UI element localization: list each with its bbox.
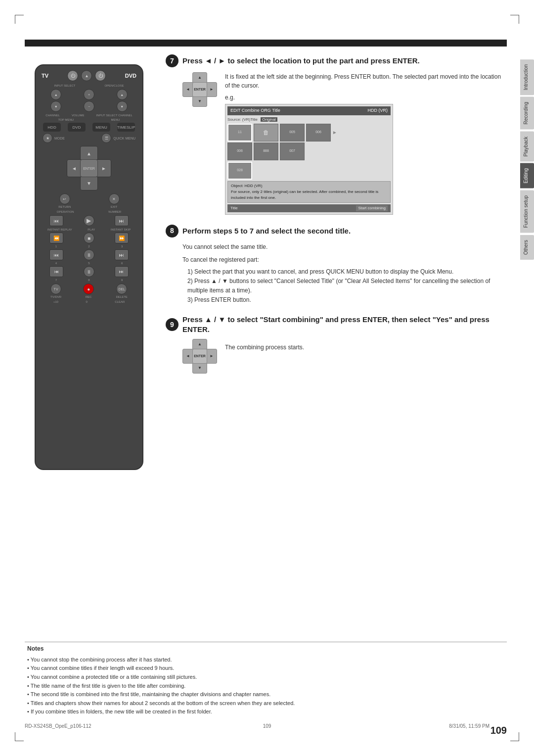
quick-menu-group: ☰ QUICK MENU <box>101 133 135 143</box>
adjust-pause-button[interactable]: ⏸ <box>84 266 94 277</box>
adjust-mid-num: 8 <box>88 279 89 282</box>
channel-up-button[interactable]: ▲ <box>50 89 61 100</box>
cancel-step-2: 2) Press ▲ / ▼ buttons to select "Cancel… <box>187 277 502 295</box>
stop-button[interactable]: ■ <box>84 233 94 243</box>
dpad-left-button[interactable]: ◄ <box>67 159 82 177</box>
channel-volume-labels: CHANNEL VOLUME INPUT SELECT CHANNEL <box>40 114 138 117</box>
power-dvd-button[interactable]: ⏻ <box>95 70 106 81</box>
ed-down: ▼ <box>192 96 207 107</box>
dpad-up-button[interactable]: ▲ <box>80 146 98 161</box>
quick-menu-icon-button[interactable]: ☰ <box>101 133 111 143</box>
thumb-5: 006 <box>227 142 252 160</box>
dpad-enter-button[interactable]: ENTER <box>80 159 98 177</box>
input-ch-up-button[interactable]: ▲ <box>117 89 128 100</box>
volume-down-button[interactable]: − <box>84 101 94 112</box>
step-8-body: You cannot select the same title. To can… <box>182 242 502 305</box>
step-7-number: 7 <box>166 54 178 67</box>
mode-group: ★ MODE <box>43 133 65 143</box>
slow-rev-button[interactable]: ⏪ <box>49 233 63 243</box>
thumb-6: 888 <box>254 142 278 160</box>
ed-right-9: ► <box>206 349 217 364</box>
screen-row-3: 028 <box>227 162 391 180</box>
clear-label-text: CLEAR <box>115 300 125 303</box>
corner-mark-bl <box>15 732 24 741</box>
skip-fwd-button[interactable]: ⏭ <box>115 249 129 260</box>
play-button[interactable]: ▶ <box>84 215 94 226</box>
tv-dvr-label: TV/DVR <box>50 295 61 298</box>
adjust-plus-button[interactable]: ⏭ <box>115 266 129 277</box>
instant-skip-label: INSTANT SKIP <box>111 228 131 231</box>
menu-label-text: MENU <box>111 118 120 121</box>
exit-group: ✕ EXIT <box>109 193 120 208</box>
adjust-row: ⏮ ⏸ ⏭ <box>40 266 138 277</box>
adjust-minus-button[interactable]: ⏮ <box>49 266 63 277</box>
exit-button[interactable]: ✕ <box>109 193 120 204</box>
dpad-down-button[interactable]: ▼ <box>80 176 98 190</box>
channel-volume-row: ▲ ▼ + − ▲ ▼ <box>40 89 138 112</box>
number-label: NUMBER <box>108 210 121 213</box>
play-label: PLAY <box>88 228 95 231</box>
top-menu-label: TOP MENU <box>58 118 74 121</box>
screen-header-left: EDIT Combine ORG Title <box>230 107 280 114</box>
playback-labels-3: 4 5 6 <box>40 262 138 265</box>
sidebar-tab-recording[interactable]: Recording <box>520 97 534 130</box>
sidebar-tabs: Introduction Recording Playback Editing … <box>520 59 534 260</box>
open-close-label: OPEN/CLOSE <box>104 84 124 87</box>
tv-dvr-button[interactable]: TV <box>50 284 61 294</box>
channel-down-button[interactable]: ▼ <box>50 101 61 112</box>
fwd-slow-label-num: 3 <box>121 245 123 248</box>
hdd-button[interactable]: HDD <box>43 123 61 132</box>
pause-button[interactable]: ⏸ <box>84 249 94 260</box>
instant-skip-button[interactable]: ⏭ <box>115 215 129 226</box>
sidebar-tab-others[interactable]: Others <box>520 235 534 260</box>
zero-label: 0 <box>86 300 87 303</box>
note-4: • The title name of the first title is g… <box>27 682 504 691</box>
step-7-block: 7 Press ◄ / ► to select the location to … <box>166 54 502 215</box>
sidebar-tab-editing[interactable]: Editing <box>520 163 534 189</box>
delete-button[interactable]: DEL <box>116 284 127 294</box>
power-button[interactable]: ⏻ <box>67 70 78 81</box>
step-7-image: ▲ ▼ ◄ ► ENTER <box>182 72 217 107</box>
mode-star-button[interactable]: ★ <box>43 133 52 143</box>
start-combining-btn[interactable]: Start combining <box>356 205 388 211</box>
timeslip-button[interactable]: TIMESLIP <box>117 123 135 132</box>
dvd-button[interactable]: DVD <box>68 123 86 132</box>
return-label: RETURN <box>58 205 71 208</box>
dpad-right-button[interactable]: ► <box>96 159 111 177</box>
ed-down-9: ▼ <box>192 363 207 374</box>
ed-center-9: ENTER <box>192 349 207 364</box>
input-ch-down-button[interactable]: ▼ <box>117 101 128 112</box>
step-7-body: ▲ ▼ ◄ ► ENTER It is fixed at the left si… <box>182 72 502 215</box>
step-9-content: ▲ ▼ ◄ ► ENTER The combining process star… <box>182 339 502 374</box>
remote-top-buttons: ⏻ ▲ ⏻ <box>67 70 106 81</box>
note-5: • The second title is combined into the … <box>27 690 504 699</box>
skip-rev-num: 4 <box>55 262 57 265</box>
return-button[interactable]: ↩ <box>59 193 70 204</box>
divider-line <box>25 642 507 642</box>
open-close-button[interactable]: ▲ <box>81 70 92 81</box>
sidebar-tab-function-setup[interactable]: Function setup <box>520 190 534 233</box>
enter-diagram-9: ▲ ▼ ◄ ► ENTER <box>182 339 217 374</box>
volume-up-button[interactable]: + <box>84 89 94 100</box>
instant-replay-button[interactable]: ⏮ <box>49 215 63 226</box>
step-7-eg-label: e.g. <box>225 93 502 102</box>
screen-header: EDIT Combine ORG Title HDD (VR) <box>227 106 391 115</box>
arrow-right: ► <box>332 129 337 136</box>
sidebar-tab-introduction[interactable]: Introduction <box>520 59 534 95</box>
remote-body: TV ⏻ ▲ ⏻ DVD INPUT SELECT OPEN/CLOSE ▲ <box>35 64 143 470</box>
sidebar-tab-playback[interactable]: Playback <box>520 132 534 162</box>
menu-button[interactable]: MENU <box>92 123 110 132</box>
input-select-label: INPUT SELECT <box>54 84 76 87</box>
fwd-slow-button[interactable]: ⏩ <box>115 233 129 243</box>
delete-group: DEL DELETE <box>116 284 128 298</box>
rec-button[interactable]: ● <box>83 284 94 294</box>
step-8-title-text: Perform steps 5 to 7 and select the seco… <box>182 226 351 236</box>
quick-menu-label-text: QUICK MENU <box>113 137 135 140</box>
step-7-content: ▲ ▼ ◄ ► ENTER It is fixed at the left si… <box>182 72 502 215</box>
return-group: ↩ RETURN <box>58 193 71 208</box>
num-bottom-labels: +10 0 CLEAR <box>40 300 138 303</box>
skip-rev-button[interactable]: ⏮ <box>49 249 63 260</box>
instant-replay-label: INSTANT REPLAY <box>47 228 72 231</box>
screen-simulation: EDIT Combine ORG Title HDD (VR) Source: … <box>225 104 393 215</box>
ed-up-9: ▲ <box>192 339 207 350</box>
